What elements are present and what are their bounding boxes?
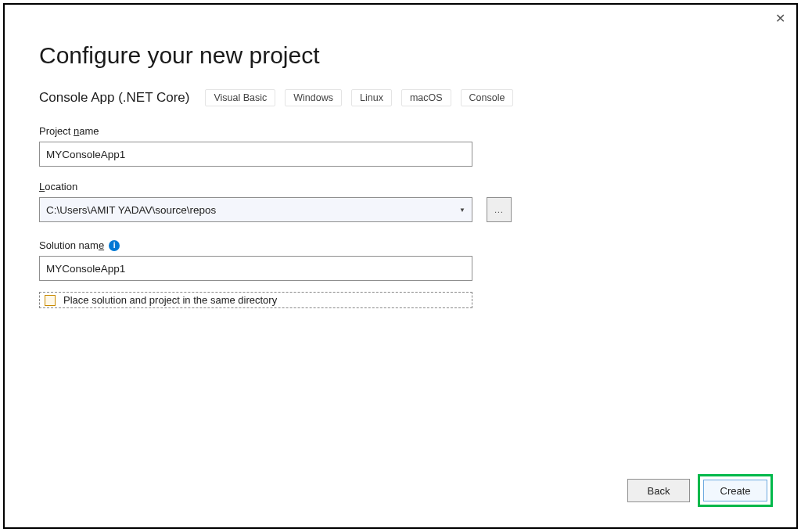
create-button-highlight: Create xyxy=(698,474,773,507)
tag-platform-windows: Windows xyxy=(285,89,342,106)
solution-name-label: Solution name i xyxy=(39,239,762,251)
tag-language: Visual Basic xyxy=(205,89,275,106)
same-directory-checkbox[interactable] xyxy=(45,295,56,306)
tag-type-console: Console xyxy=(461,89,514,106)
project-template-name: Console App (.NET Core) xyxy=(39,90,189,106)
button-bar: Back Create xyxy=(627,474,773,507)
close-icon[interactable]: ✕ xyxy=(775,11,785,26)
same-directory-label: Place solution and project in the same d… xyxy=(63,294,277,306)
project-template-row: Console App (.NET Core) Visual Basic Win… xyxy=(39,89,762,106)
back-button[interactable]: Back xyxy=(627,479,690,502)
page-title: Configure your new project xyxy=(39,42,762,69)
info-icon[interactable]: i xyxy=(109,240,120,251)
location-value: C:\Users\AMIT YADAV\source\repos xyxy=(46,204,216,216)
dialog-content: Configure your new project Console App (… xyxy=(5,5,796,308)
browse-button[interactable]: ... xyxy=(487,197,512,222)
location-label: Location xyxy=(39,181,762,192)
tag-platform-macos: macOS xyxy=(401,89,451,106)
location-row: C:\Users\AMIT YADAV\source\repos ▼ ... xyxy=(39,197,762,222)
create-button[interactable]: Create xyxy=(703,480,767,501)
chevron-down-icon: ▼ xyxy=(459,207,465,214)
solution-name-input[interactable] xyxy=(39,256,472,281)
project-name-label: Project name xyxy=(39,125,762,137)
location-dropdown[interactable]: C:\Users\AMIT YADAV\source\repos ▼ xyxy=(39,197,472,222)
tag-platform-linux: Linux xyxy=(351,89,392,106)
same-directory-checkbox-row[interactable]: Place solution and project in the same d… xyxy=(39,292,472,308)
dialog-window: ✕ Configure your new project Console App… xyxy=(3,3,798,529)
project-name-input[interactable] xyxy=(39,142,472,167)
